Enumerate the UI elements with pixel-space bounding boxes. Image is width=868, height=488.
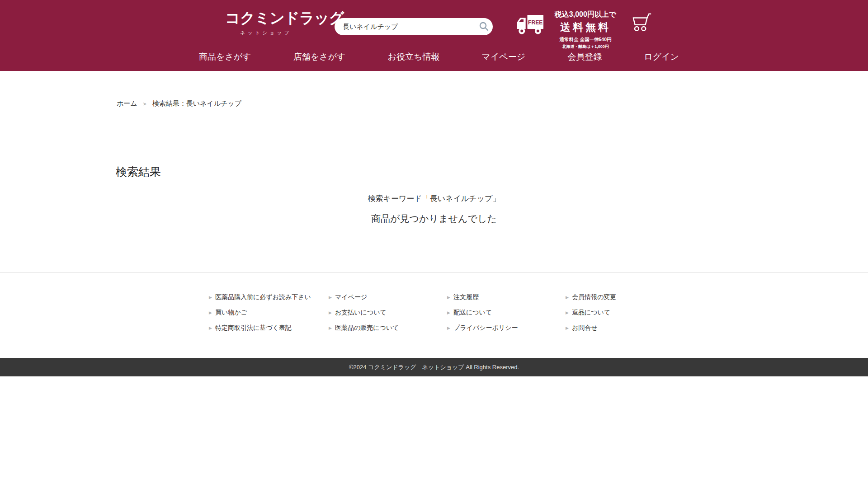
footer-link-drug-notice[interactable]: ▶医薬品購入前に必ずお読み下さい [209, 293, 329, 302]
footer-link-label: 注文履歴 [453, 293, 479, 301]
footer-link-label: お問合せ [572, 324, 598, 332]
breadcrumb: ホーム＞検索結果：長いネイルチップ [117, 99, 241, 108]
footer-link-label: 会員情報の変更 [572, 293, 616, 301]
free-badge-text: FREE [528, 19, 542, 26]
copyright-bar: ©2024 コクミンドラッグ ネットショップ All Rights Reserv… [0, 358, 868, 376]
footer-link-label: プライバシーポリシー [453, 324, 518, 332]
footer-link-mypage[interactable]: ▶マイページ [329, 293, 447, 302]
logo-title: コクミンドラッグ [225, 8, 304, 28]
nav-item-login[interactable]: ログイン [644, 51, 679, 63]
search-bar [335, 18, 493, 35]
arrow-right-icon: ▶ [447, 326, 450, 330]
footer-link-label: 返品について [572, 309, 610, 317]
footer-link-member-info[interactable]: ▶会員情報の変更 [566, 293, 679, 302]
arrow-right-icon: ▶ [329, 310, 332, 315]
free-shipping-banner: FREE 税込3,000円以上で 送料無料 通常料金 全国一律540円 北海道・… [517, 10, 622, 50]
footer-link-grid: ▶医薬品購入前に必ずお読み下さい ▶マイページ ▶注文履歴 ▶会員情報の変更 ▶… [209, 293, 679, 333]
nav-item-products[interactable]: 商品をさがす [199, 51, 251, 63]
arrow-right-icon: ▶ [209, 326, 212, 330]
footer-link-label: 医薬品購入前に必ずお読み下さい [215, 293, 311, 301]
footer-link-returns[interactable]: ▶返品について [566, 308, 679, 317]
footer-link-label: 買い物かご [215, 309, 247, 317]
page-title: 検索結果 [116, 164, 161, 179]
footer-link-cart[interactable]: ▶買い物かご [209, 308, 329, 317]
arrow-right-icon: ▶ [209, 295, 212, 300]
shipping-normal-fee: 通常料金 全国一律540円 [549, 37, 622, 43]
footer-link-label: 特定商取引法に基づく表記 [215, 324, 292, 332]
footer-link-label: 医薬品の販売について [335, 324, 399, 332]
copyright-text: ©2024 コクミンドラッグ ネットショップ All Rights Reserv… [349, 363, 519, 371]
arrow-right-icon: ▶ [329, 326, 332, 330]
shipping-text: 税込3,000円以上で 送料無料 通常料金 全国一律540円 北海道・離島は＋1… [549, 10, 622, 50]
footer-link-label: 配送について [453, 309, 492, 317]
footer-link-privacy-policy[interactable]: ▶プライバシーポリシー [447, 324, 566, 333]
footer-link-order-history[interactable]: ▶注文履歴 [447, 293, 566, 302]
cart-icon [631, 27, 652, 34]
arrow-right-icon: ▶ [566, 310, 569, 315]
search-icon [479, 21, 489, 33]
main-nav: 商品をさがす 店舗をさがす お役立ち情報 マイページ 会員登録 ログイン [199, 51, 679, 63]
no-results-message: 商品が見つかりませんでした [0, 212, 868, 225]
truck-free-icon: FREE [517, 14, 544, 37]
search-input[interactable] [335, 23, 475, 31]
arrow-right-icon: ▶ [447, 310, 450, 315]
search-button[interactable] [475, 18, 493, 35]
arrow-right-icon: ▶ [329, 295, 332, 300]
site-header: コクミンドラッグ ネットショップ FREE [0, 0, 868, 71]
arrow-right-icon: ▶ [566, 326, 569, 330]
nav-item-stores[interactable]: 店舗をさがす [293, 51, 346, 63]
cart-button[interactable] [631, 12, 652, 34]
nav-item-info[interactable]: お役立ち情報 [388, 51, 440, 63]
footer-link-commercial-law[interactable]: ▶特定商取引法に基づく表記 [209, 324, 329, 333]
footer-link-payment[interactable]: ▶お支払いについて [329, 308, 447, 317]
footer-link-contact[interactable]: ▶お問合せ [566, 324, 679, 333]
breadcrumb-separator: ＞ [142, 100, 148, 107]
nav-item-mypage[interactable]: マイページ [481, 51, 525, 63]
shipping-threshold: 税込3,000円以上で [549, 10, 622, 19]
shipping-free-label: 送料無料 [549, 20, 622, 34]
shipping-remote-fee: 北海道・離島は＋1,000円 [549, 44, 622, 50]
breadcrumb-current: 検索結果：長いネイルチップ [152, 99, 241, 107]
breadcrumb-home-link[interactable]: ホーム [117, 99, 137, 107]
arrow-right-icon: ▶ [447, 295, 450, 300]
arrow-right-icon: ▶ [566, 295, 569, 300]
footer-link-label: お支払いについて [335, 309, 387, 317]
footer-link-label: マイページ [335, 293, 367, 301]
logo-subtitle: ネットショップ [225, 30, 304, 36]
nav-item-register[interactable]: 会員登録 [567, 51, 602, 63]
footer: ▶医薬品購入前に必ずお読み下さい ▶マイページ ▶注文履歴 ▶会員情報の変更 ▶… [0, 272, 868, 273]
footer-link-drug-sales[interactable]: ▶医薬品の販売について [329, 324, 447, 333]
search-keyword-line: 検索キーワード「長いネイルチップ」 [0, 193, 868, 204]
footer-link-delivery[interactable]: ▶配送について [447, 308, 566, 317]
site-logo[interactable]: コクミンドラッグ ネットショップ [225, 8, 304, 36]
arrow-right-icon: ▶ [209, 310, 212, 315]
